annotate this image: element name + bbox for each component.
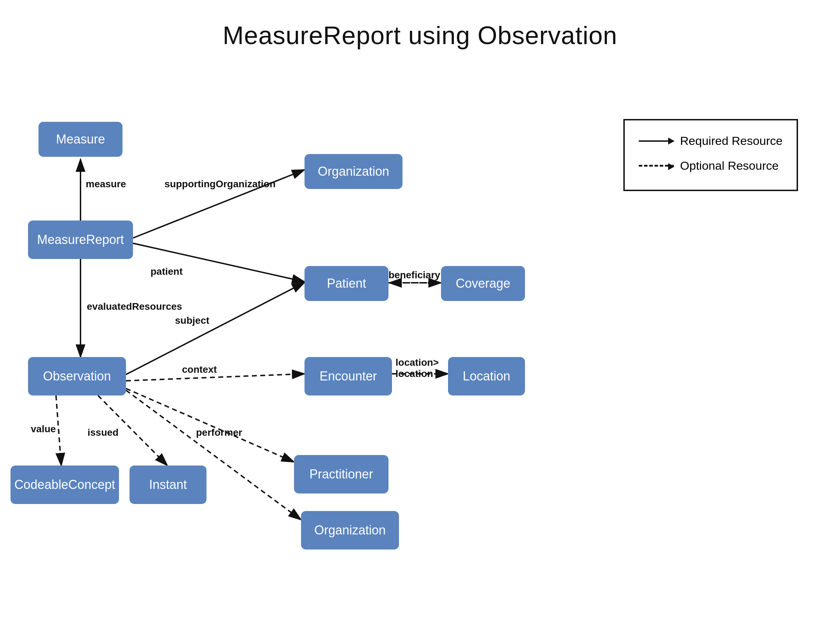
diagram-area: Required Resource Optional Resource bbox=[0, 70, 840, 630]
label-subject: subject bbox=[175, 315, 209, 326]
label-evaluated: evaluatedResources bbox=[87, 301, 182, 312]
dashed-arrow-icon bbox=[639, 165, 674, 167]
label-patient: patient bbox=[150, 266, 183, 277]
node-observation: Observation bbox=[28, 357, 126, 395]
node-organization-top: Organization bbox=[305, 154, 403, 189]
node-location: Location bbox=[448, 357, 525, 395]
page-title: MeasureReport using Observation bbox=[0, 0, 840, 50]
required-label: Required Resource bbox=[680, 130, 783, 152]
optional-label: Optional Resource bbox=[680, 155, 779, 177]
label-performer: performer bbox=[196, 427, 242, 438]
label-measure: measure bbox=[86, 178, 126, 190]
node-codeableconcept: CodeableConcept bbox=[11, 466, 119, 504]
svg-line-12 bbox=[56, 395, 61, 466]
label-location: location>location bbox=[395, 357, 439, 379]
node-practitioner: Practitioner bbox=[294, 455, 388, 494]
node-patient: Patient bbox=[305, 266, 388, 301]
label-supporting: supportingOrganization bbox=[164, 178, 275, 190]
legend: Required Resource Optional Resource bbox=[623, 119, 798, 191]
svg-line-11 bbox=[126, 388, 294, 462]
legend-required: Required Resource bbox=[639, 130, 783, 152]
label-beneficiary: beneficiary bbox=[388, 270, 440, 281]
node-measurereport: MeasureReport bbox=[28, 221, 133, 259]
legend-optional: Optional Resource bbox=[639, 155, 783, 177]
label-context: context bbox=[182, 364, 217, 375]
svg-line-6 bbox=[126, 283, 305, 374]
label-value: value bbox=[31, 423, 56, 435]
node-organization-bot: Organization bbox=[301, 511, 399, 549]
node-measure: Measure bbox=[38, 122, 123, 157]
node-instant: Instant bbox=[129, 466, 207, 504]
node-coverage: Coverage bbox=[441, 266, 525, 301]
label-issued: issued bbox=[87, 427, 118, 438]
node-encounter: Encounter bbox=[305, 357, 392, 395]
solid-arrow-icon bbox=[639, 141, 674, 142]
